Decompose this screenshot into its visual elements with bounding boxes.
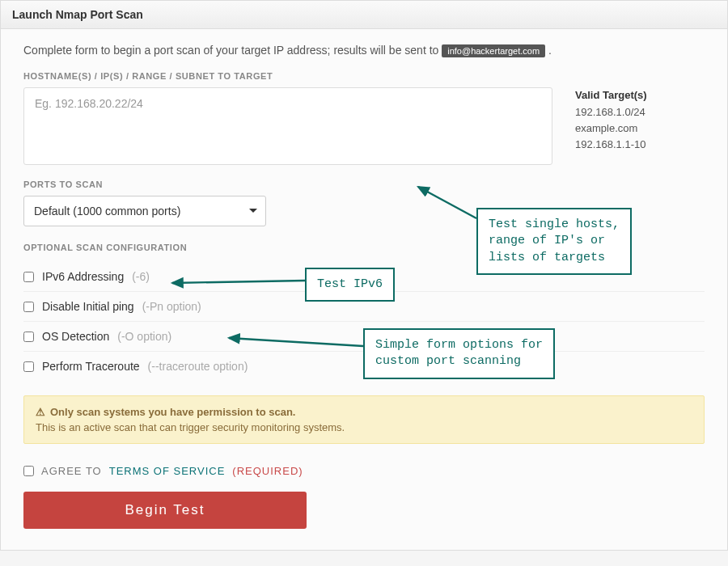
begin-test-button[interactable]: Begin Test [23,492,307,529]
target-input[interactable] [23,87,552,165]
option-traceroute-text: Perform Traceroute [42,360,140,373]
valid-target-example: 192.168.1.0/24 [575,104,705,120]
agree-required: (REQUIRED) [232,465,303,477]
tos-link[interactable]: TERMS OF SERVICE [109,465,226,477]
warning-icon: ⚠ [36,406,45,418]
panel-body: Complete form to begin a port scan of yo… [1,29,727,550]
option-ipv6-checkbox[interactable] [23,272,34,282]
option-os-detection-hint: (-O option) [117,330,171,343]
callout-ipv6: Test IPv6 [305,268,395,302]
option-disable-ping-text: Disable Initial ping [42,300,134,313]
callout-targets: Test single hosts, range of IP's or list… [476,208,632,275]
panel-title: Launch Nmap Port Scan [1,1,727,29]
intro-suffix: . [548,44,552,57]
intro-text: Complete form to begin a port scan of yo… [23,44,705,57]
agree-prefix: AGREE TO [41,465,102,477]
ports-label: PORTS TO SCAN [23,180,705,189]
valid-target-example: 192.168.1.1-10 [575,137,705,153]
option-os-detection-checkbox[interactable] [23,332,34,342]
option-ipv6-hint: (-6) [132,270,150,283]
option-traceroute-hint: (--traceroute option) [148,360,248,373]
option-ipv6-text: IPv6 Addressing [42,270,124,283]
email-badge: info@hackertarget.com [442,44,545,57]
valid-target-example: example.com [575,120,705,137]
option-disable-ping-hint: (-Pn option) [142,300,201,313]
agree-checkbox[interactable] [23,466,34,476]
warning-box: ⚠ Only scan systems you have permission … [23,395,705,444]
agree-row: AGREE TO TERMS OF SERVICE (REQUIRED) [23,465,705,477]
intro-prefix: Complete form to begin a port scan of yo… [23,44,442,57]
warning-title-text: Only scan systems you have permission to… [50,406,295,418]
port-scan-panel: Launch Nmap Port Scan Complete form to b… [0,0,728,551]
valid-targets-box: Valid Target(s) 192.168.1.0/24 example.c… [575,87,705,165]
option-traceroute-checkbox[interactable] [23,361,34,372]
option-disable-ping-checkbox[interactable] [23,302,34,312]
warning-body: This is an active scan that can trigger … [36,421,692,433]
target-label: HOSTNAME(S) / IP(S) / RANGE / SUBNET TO … [23,71,705,81]
ports-select[interactable]: Default (1000 common ports) [23,196,266,226]
valid-targets-title: Valid Target(s) [575,87,705,103]
callout-simple: Simple form options for custom port scan… [363,328,555,379]
option-os-detection-text: OS Detection [42,330,109,343]
